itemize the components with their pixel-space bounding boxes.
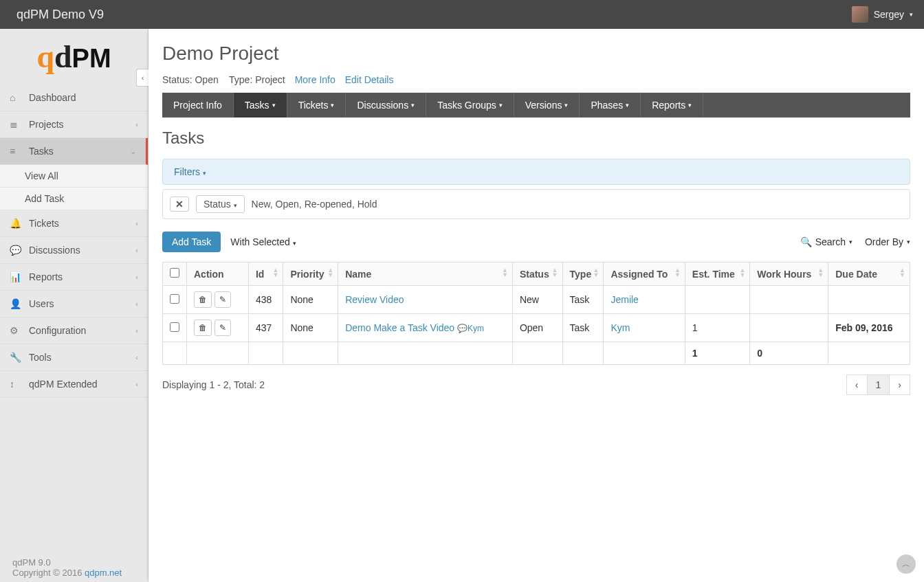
logo: qdPM ‹ [0,29,148,85]
user-menu[interactable]: Sergey ▾ [852,6,913,23]
orderby-menu[interactable]: Order By ▾ [865,236,910,247]
tab-tickets[interactable]: Tickets▾ [287,93,346,117]
nav-icon: 🔧 [10,352,23,363]
table-row: 🗑✎438NoneReview VideoNewTaskJemile [163,286,910,314]
chevron-icon: ‹ [135,219,138,227]
sort-icon: ▲▼ [327,268,333,278]
col-type[interactable]: Type▲▼ [562,262,604,286]
nav-icon: 📊 [10,271,23,282]
sidebar-item-users[interactable]: 👤Users‹ [0,291,148,317]
chevron-icon: ‹ [135,246,138,254]
caret-icon: ▾ [272,102,276,109]
tab-phases[interactable]: Phases▾ [580,93,641,117]
sidebar-item-dashboard[interactable]: ⌂Dashboard [0,85,148,111]
chevron-icon: ⌄ [130,147,136,156]
sidebar-item-configuration[interactable]: ⚙Configuration‹ [0,317,148,344]
assignee-link[interactable]: Jemile [610,294,638,305]
pager-page[interactable]: 1 [867,374,890,395]
tab-versions[interactable]: Versions▾ [514,93,580,117]
user-name: Sergey [874,9,904,20]
nav-icon: ≡ [10,146,23,157]
sidebar-item-label: Configuration [23,325,135,336]
scroll-top-button[interactable]: ︿ [896,555,916,574]
nav-icon: 👤 [10,298,23,309]
table-row: 🗑✎437NoneDemo Make a Task Video 💬KymOpen… [163,314,910,342]
sort-icon: ▲▼ [552,268,558,278]
footer-link[interactable]: qdpm.net [85,568,122,578]
col-name[interactable]: Name▲▼ [338,262,513,286]
filter-values: New, Open, Re-opened, Hold [252,199,377,210]
sidebar-item-label: Tools [23,352,135,363]
sidebar-item-discussions[interactable]: 💬Discussions‹ [0,237,148,264]
col-due-date[interactable]: Due Date▲▼ [828,262,910,286]
sidebar-item-label: qdPM Extended [23,379,135,390]
sidebar-item-label: Dashboard [23,92,138,103]
col-assigned-to[interactable]: Assigned To▲▼ [604,262,685,286]
edit-details-link[interactable]: Edit Details [345,74,394,85]
remove-filter-button[interactable]: ✕ [170,197,189,212]
sidebar-subitem-add-task[interactable]: Add Task [0,188,148,210]
pager: ‹ 1 › [847,374,910,395]
tab-discussions[interactable]: Discussions▾ [346,93,426,117]
caret-icon: ▾ [331,102,334,109]
search-toggle[interactable]: 🔍 Search ▾ [800,236,852,247]
more-info-link[interactable]: More Info [295,74,336,85]
edit-icon[interactable]: ✎ [214,320,231,336]
tasks-table: ActionId▲▼Priority▲▼Name▲▼Status▲▼Type▲▼… [162,262,910,365]
tab-tasks[interactable]: Tasks▾ [234,93,287,117]
sidebar-item-tasks[interactable]: ≡Tasks⌄ [0,138,148,165]
col-id[interactable]: Id▲▼ [248,262,283,286]
sidebar-item-label: Tasks [23,146,130,157]
col-action[interactable]: Action [187,262,249,286]
col-work-hours[interactable]: Work Hours▲▼ [750,262,828,286]
nav-icon: 🔔 [10,218,23,229]
delete-icon[interactable]: 🗑 [194,320,212,336]
total-hours: 0 [750,342,828,365]
sidebar-item-reports[interactable]: 📊Reports‹ [0,264,148,291]
sidebar-item-tools[interactable]: 🔧Tools‹ [0,344,148,371]
sort-icon: ▲▼ [674,268,681,278]
task-link[interactable]: Review Video [345,294,404,305]
sidebar-item-label: Tickets [23,218,135,229]
app-title: qdPM Demo V9 [16,8,104,22]
sidebar-item-qdpm-extended[interactable]: ↕qdPM Extended‹ [0,371,148,398]
add-task-button[interactable]: Add Task [162,232,221,252]
pager-prev[interactable]: ‹ [846,374,868,395]
paging-summary: Displaying 1 - 2, Total: 2 [162,379,265,390]
assignee-link[interactable]: Kym [610,322,630,333]
page-title: Demo Project [162,43,910,65]
tab-project-info[interactable]: Project Info [162,93,234,117]
caret-icon: ▾ [499,102,503,109]
edit-icon[interactable]: ✎ [214,291,231,308]
delete-icon[interactable]: 🗑 [194,291,212,308]
sidebar-subitem-view-all[interactable]: View All [0,165,148,188]
caret-icon: ▾ [411,102,415,109]
row-checkbox[interactable] [170,322,179,332]
select-all-checkbox[interactable] [170,268,179,278]
row-checkbox[interactable] [170,294,179,304]
caret-icon: ▾ [688,102,692,109]
search-icon: 🔍 [800,236,812,247]
filters-toggle[interactable]: Filters ▾ [162,159,910,185]
tab-reports[interactable]: Reports▾ [641,93,703,117]
caret-icon: ▾ [626,102,629,109]
nav-icon: ⚙ [10,325,23,336]
col-status[interactable]: Status▲▼ [512,262,562,286]
col-priority[interactable]: Priority▲▼ [283,262,338,286]
sidebar-item-tickets[interactable]: 🔔Tickets‹ [0,210,148,237]
sort-icon: ▲▼ [739,268,745,278]
filter-field-select[interactable]: Status ▾ [196,195,245,213]
sort-icon: ▲▼ [273,268,279,278]
pager-next[interactable]: › [889,374,910,395]
comment-badge[interactable]: 💬Kym [457,324,484,333]
task-link[interactable]: Demo Make a Task Video [345,322,454,333]
tab-tasks-groups[interactable]: Tasks Groups▾ [426,93,514,117]
chevron-down-icon: ▾ [910,11,913,18]
total-est: 1 [685,342,749,365]
chevron-icon: ‹ [135,120,138,128]
sidebar-item-projects[interactable]: ≣Projects‹ [0,111,148,138]
with-selected-menu[interactable]: With Selected ▾ [230,236,296,247]
chevron-icon: ‹ [135,380,138,388]
col-est-time[interactable]: Est. Time▲▼ [685,262,749,286]
nav-icon: ⌂ [10,92,23,103]
